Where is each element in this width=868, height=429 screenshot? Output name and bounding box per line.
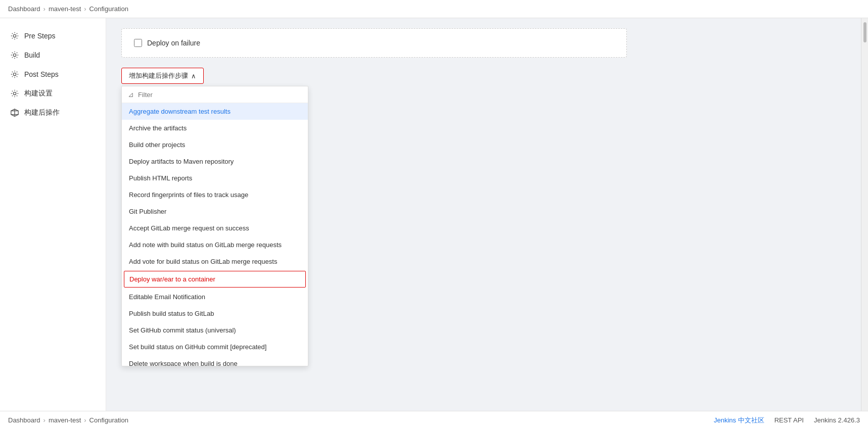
dropdown-item[interactable]: Set GitHub commit status (universal) <box>122 322 308 339</box>
sidebar-label-pre-steps: Pre Steps <box>24 32 55 40</box>
footer-breadcrumb-dashboard[interactable]: Dashboard <box>8 416 40 424</box>
dropdown-item[interactable]: Accept GitLab merge request on success <box>122 220 308 236</box>
dropdown-filter-input[interactable] <box>138 91 302 99</box>
breadcrumb-sep-1: › <box>43 5 45 13</box>
footer-breadcrumb-maven[interactable]: maven-test <box>49 416 81 424</box>
deploy-section: Deploy on failure <box>121 28 627 58</box>
add-step-dropdown-container: 增加构建后操作步骤 ∧ ⊿ Aggregate downstream test … <box>121 68 204 84</box>
gear-icon-post-steps <box>10 70 19 79</box>
chevron-up-icon: ∧ <box>191 72 196 80</box>
dropdown-item[interactable]: Aggregate downstream test results <box>122 103 308 120</box>
rest-api-link[interactable]: REST API <box>774 416 804 424</box>
sidebar-label-build: Build <box>24 51 40 59</box>
dropdown-item[interactable]: Add note with build status on GitLab mer… <box>122 236 308 253</box>
cube-icon <box>10 108 19 117</box>
jenkins-version: Jenkins 2.426.3 <box>814 416 860 424</box>
sidebar-item-build-settings[interactable]: 构建设置 <box>0 84 106 103</box>
dropdown-item[interactable]: Deploy artifacts to Maven repository <box>122 153 308 170</box>
sidebar-label-post-build: 构建后操作 <box>24 108 60 117</box>
svg-point-2 <box>13 73 16 75</box>
filter-row: ⊿ <box>122 86 308 103</box>
sidebar-label-post-steps: Post Steps <box>24 70 59 78</box>
jenkins-community-link[interactable]: Jenkins 中文社区 <box>714 416 764 425</box>
add-step-dropdown-menu: ⊿ Aggregate downstream test resultsArchi… <box>121 86 308 366</box>
dropdown-item[interactable]: Publish HTML reports <box>122 170 308 186</box>
sidebar-item-build[interactable]: Build <box>0 45 106 65</box>
dropdown-item[interactable]: Publish build status to GitLab <box>122 305 308 322</box>
deploy-on-failure-label: Deploy on failure <box>147 39 200 47</box>
sidebar: Pre Steps Build Post Steps 构建设置 <box>0 18 106 411</box>
dropdown-item[interactable]: Deploy war/ear to a container <box>124 271 306 288</box>
svg-point-0 <box>13 34 16 37</box>
svg-point-3 <box>13 92 16 94</box>
dropdown-item[interactable]: Build other projects <box>122 136 308 153</box>
dropdown-item[interactable]: Record fingerprints of files to track us… <box>122 186 308 203</box>
gear-icon-build-settings <box>10 89 19 98</box>
dropdown-item[interactable]: Delete workspace when build is done <box>122 355 308 366</box>
sidebar-item-pre-steps[interactable]: Pre Steps <box>0 26 106 45</box>
footer-links: Jenkins 中文社区 REST API Jenkins 2.426.3 <box>714 411 860 429</box>
dropdown-list: Aggregate downstream test resultsArchive… <box>122 103 308 366</box>
svg-point-1 <box>13 54 16 56</box>
dropdown-item[interactable]: Set build status on GitHub commit [depre… <box>122 339 308 355</box>
sidebar-item-post-build[interactable]: 构建后操作 <box>0 103 106 122</box>
dropdown-item[interactable]: Git Publisher <box>122 203 308 220</box>
footer-sep-1: › <box>43 416 45 424</box>
dropdown-item[interactable]: Archive the artifacts <box>122 120 308 136</box>
scrollbar-thumb[interactable] <box>863 22 866 42</box>
filter-icon: ⊿ <box>128 90 134 99</box>
gear-icon-build <box>10 51 19 60</box>
deploy-on-failure-checkbox[interactable] <box>134 39 142 47</box>
dropdown-item[interactable]: Add vote for build status on GitLab merg… <box>122 253 308 270</box>
footer-breadcrumb-config: Configuration <box>89 416 128 424</box>
sidebar-item-post-steps[interactable]: Post Steps <box>0 65 106 84</box>
sidebar-label-build-settings: 构建设置 <box>24 89 53 98</box>
dropdown-item[interactable]: Editable Email Notification <box>122 289 308 305</box>
footer: Dashboard › maven-test › Configuration J… <box>0 411 868 429</box>
breadcrumb-configuration: Configuration <box>89 5 128 13</box>
right-scrollbar <box>861 18 868 411</box>
add-post-step-button[interactable]: 增加构建后操作步骤 ∧ <box>121 68 204 84</box>
breadcrumb-dashboard[interactable]: Dashboard <box>8 5 40 13</box>
top-breadcrumb: Dashboard › maven-test › Configuration <box>0 0 868 18</box>
breadcrumb-sep-2: › <box>84 5 86 13</box>
breadcrumb-maven-test[interactable]: maven-test <box>49 5 81 13</box>
add-step-btn-label: 增加构建后操作步骤 <box>129 71 188 80</box>
gear-icon <box>10 31 19 40</box>
footer-sep-2: › <box>84 416 86 424</box>
content-area: Deploy on failure 增加构建后操作步骤 ∧ ⊿ Aggregat… <box>106 18 861 411</box>
